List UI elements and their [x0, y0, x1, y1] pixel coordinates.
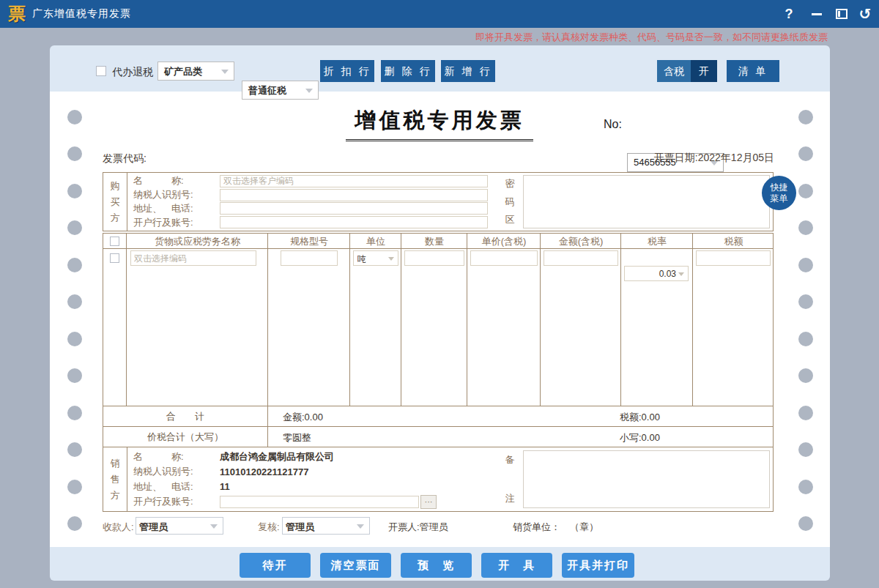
reviewer-value: 管理员 [283, 518, 369, 534]
perforation-dot [798, 516, 813, 531]
perforation-dot [67, 294, 82, 309]
totals-label: 合 计 [103, 406, 268, 426]
buyer-address-label: 地址、 电话: [127, 202, 220, 215]
item-unit-value: 吨 [354, 251, 398, 266]
perforation-dot [798, 220, 813, 235]
preview-button[interactable]: 预 览 [401, 553, 472, 578]
items-header-name: 货物或应税劳务名称 [127, 234, 268, 249]
quick-menu-button[interactable]: 快捷 菜单 [762, 176, 796, 210]
items-col-divider [621, 234, 693, 406]
perforation-dots-left [67, 110, 82, 531]
select-all-checkbox[interactable] [110, 237, 119, 246]
buyer-name-label: 名 称: [127, 174, 220, 187]
reviewer-label: 复核: [258, 521, 280, 534]
seller-name-label: 名 称: [127, 450, 220, 464]
password-area-char: 区 [505, 213, 515, 226]
password-area-box[interactable] [523, 175, 770, 228]
perforation-dot [798, 406, 813, 420]
perforation-dot [67, 480, 82, 494]
seller-bank-label: 开户行及账号: [127, 495, 220, 508]
drawer-text: 开票人:管理员 [388, 521, 448, 534]
seller-name-value: 成都台鸿金属制品有限公司 [220, 450, 334, 464]
perforation-dot [67, 332, 82, 346]
perforation-dot [67, 184, 82, 198]
perforation-dot [67, 220, 82, 235]
issue-button[interactable]: 开 具 [481, 553, 552, 578]
payee-select[interactable]: 管理员 [136, 517, 223, 535]
buyer-taxid-input[interactable] [220, 189, 488, 201]
perforation-dot [798, 368, 813, 383]
payee-value: 管理员 [136, 518, 223, 534]
category-select-value: 矿产品类 [158, 62, 234, 78]
tax-mode-select-value: 普通征税 [242, 81, 318, 97]
password-area-char: 码 [505, 196, 515, 209]
perforation-dot [798, 294, 813, 309]
buyer-bank-label: 开户行及账号: [127, 216, 220, 229]
item-spec-input[interactable] [281, 250, 338, 266]
item-tax-input[interactable] [696, 250, 771, 266]
buyer-party-char: 买 [111, 196, 120, 209]
invoice-code-label: 发票代码: [103, 152, 146, 165]
buyer-name-input[interactable] [220, 175, 488, 187]
total-in-words-label: 价税合计（大写） [103, 427, 268, 447]
items-header-qty: 数量 [401, 234, 467, 249]
items-header-rate: 税率 [621, 234, 693, 249]
invoice-no-label: No: [604, 118, 622, 131]
item-unit-select[interactable]: 吨 [353, 250, 398, 266]
rebate-checkbox[interactable] [96, 66, 106, 76]
clear-button[interactable]: 清空票面 [320, 553, 391, 578]
item-tax-rate-value: 0.03 [625, 267, 688, 279]
list-button[interactable]: 清 单 [727, 60, 779, 82]
seller-party-char: 售 [111, 473, 120, 486]
seller-address-value: 11 [220, 481, 230, 492]
perforation-dot [67, 442, 82, 457]
payee-label: 收款人: [103, 521, 134, 534]
minimize-icon[interactable] [806, 0, 828, 28]
perforation-dot [67, 406, 82, 420]
app-logo-icon: 票 [7, 4, 27, 24]
row-checkbox[interactable] [110, 253, 119, 263]
add-row-button[interactable]: 新 增 行 [441, 60, 495, 82]
undo-icon[interactable]: ↺ [854, 0, 876, 28]
remark-char: 注 [505, 492, 515, 505]
seller-section: 销 售 方 名 称: 成都台鸿金属制品有限公司 纳税人识别号: 11010120… [103, 447, 774, 512]
delete-row-button[interactable]: 删 除 行 [381, 60, 435, 82]
restore-window-icon[interactable] [831, 0, 853, 28]
perforation-dot [798, 480, 813, 494]
tax-included-toggle-label[interactable]: 含税 [657, 60, 691, 82]
seller-unit-seal-text: 销货单位： （章） [513, 521, 598, 534]
total-small-value: 小写:0.00 [620, 431, 660, 444]
buyer-section: 购 买 方 名 称: 纳税人识别号: 地址、 电话: 开户行及账号: 密 码 区 [103, 172, 774, 231]
item-price-input[interactable] [470, 250, 538, 266]
perforation-dots-right [798, 110, 813, 531]
buyer-bank-input[interactable] [220, 216, 488, 228]
issue-print-button[interactable]: 开具并打印 [562, 553, 634, 578]
items-header-price: 单价(含税) [467, 234, 541, 249]
perforation-dot [798, 184, 813, 198]
item-name-input[interactable] [130, 250, 256, 266]
discount-row-button[interactable]: 折 扣 行 [320, 60, 374, 82]
tax-mode-select[interactable]: 普通征税 [242, 81, 319, 100]
totals-row: 合 计 金额:0.00 税额:0.00 [103, 406, 774, 427]
invoice-date: 开票日期:2022年12月05日 [557, 152, 774, 165]
seller-party-char: 方 [111, 489, 120, 502]
buyer-address-input[interactable] [220, 202, 488, 215]
item-qty-input[interactable] [404, 250, 464, 266]
buyer-taxid-label: 纳税人识别号: [127, 188, 220, 201]
help-icon[interactable]: ? [778, 0, 800, 28]
total-in-words-row: 价税合计（大写） 零圆整 小写:0.00 [103, 426, 774, 447]
buyer-party-char: 方 [111, 212, 120, 225]
pending-button[interactable]: 待开 [240, 553, 311, 578]
invoice-title: 增值税专用发票 [346, 106, 533, 141]
reviewer-select[interactable]: 管理员 [282, 517, 370, 535]
seller-bank-browse-button[interactable]: ··· [420, 495, 437, 509]
tax-included-toggle-state[interactable]: 开 [691, 60, 717, 82]
seller-bank-input[interactable] [220, 496, 419, 508]
item-amount-input[interactable] [544, 250, 618, 266]
remark-box[interactable] [523, 450, 770, 508]
category-select[interactable]: 矿产品类 [157, 62, 234, 81]
item-tax-rate-select[interactable]: 0.03 [624, 266, 689, 281]
remark-char: 备 [505, 453, 515, 466]
items-header-amount: 金额(含税) [541, 234, 621, 249]
password-area-char: 密 [505, 177, 515, 190]
